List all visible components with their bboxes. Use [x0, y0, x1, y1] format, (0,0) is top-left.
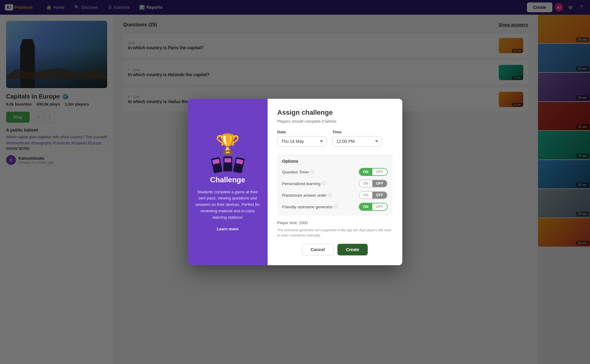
option-label: Randomize answer order ⓘ [282, 192, 332, 198]
friendly-nickname-toggle[interactable]: ON OFF [359, 203, 388, 211]
date-label: Date [277, 130, 326, 134]
question-timer-toggle[interactable]: ON OFF [359, 168, 388, 176]
modal-title: Assign challenge [277, 109, 393, 117]
assign-challenge-modal: 🏆 Challenge Students complete a game at … [188, 99, 402, 265]
date-select[interactable]: Thu 14 May Fri 15 May Sat 16 May Sun 17 … [277, 136, 326, 147]
toggle-on-btn[interactable]: ON [359, 203, 372, 210]
help-icon[interactable]: ⓘ [328, 192, 332, 198]
toggle-on-btn[interactable]: ON [359, 180, 372, 187]
toggle-off-btn[interactable]: OFF [372, 192, 387, 199]
cancel-button[interactable]: Cancel [302, 244, 334, 255]
disclaimer-text: The nickname generator isn't supported i… [277, 228, 393, 238]
toggle-on-btn[interactable]: ON [359, 169, 372, 175]
device-screen [224, 158, 231, 162]
options-section: Options Question Timer ⓘ ON OFF Person [277, 154, 393, 216]
option-row-randomize-answer: Randomize answer order ⓘ ON OFF [282, 191, 388, 199]
modal-left-description: Students complete a game at their own pa… [195, 189, 260, 221]
modal-right-panel: Assign challenge Players should complete… [268, 99, 402, 265]
modal-overlay: 🏆 Challenge Students complete a game at … [0, 0, 590, 364]
toggle-off-btn[interactable]: OFF [372, 180, 387, 187]
option-row-friendly-nickname: Friendly nickname generator ⓘ ON OFF [282, 203, 388, 211]
option-row-personalized-learning: Personalized learning ⓘ ON OFF [282, 180, 388, 188]
option-row-question-timer: Question Timer ⓘ ON OFF [282, 168, 388, 176]
learn-more-link[interactable]: Learn more [217, 227, 239, 231]
randomize-answer-toggle[interactable]: ON OFF [359, 191, 388, 199]
toggle-off-btn[interactable]: OFF [372, 203, 387, 210]
date-time-row: Date Thu 14 May Fri 15 May Sat 16 May Su… [277, 130, 393, 147]
modal-actions: Cancel Create [277, 244, 393, 255]
toggle-off-btn[interactable]: OFF [372, 169, 387, 175]
time-label: Time [333, 130, 381, 134]
player-limit-text: Player limit: 2000 [277, 221, 393, 225]
modal-left-title: Challenge [210, 176, 245, 184]
device-right [232, 156, 245, 174]
help-icon[interactable]: ⓘ [310, 169, 314, 175]
device-screen [212, 159, 220, 164]
option-label: Personalized learning ⓘ [282, 181, 326, 186]
help-icon[interactable]: ⓘ [334, 204, 338, 210]
help-icon[interactable]: ⓘ [322, 181, 326, 186]
personalized-learning-toggle[interactable]: ON OFF [359, 180, 388, 188]
trophy-icon: 🏆 [212, 133, 243, 156]
option-label: Question Timer ⓘ [282, 169, 314, 175]
device-left [210, 156, 223, 174]
modal-left-panel: 🏆 Challenge Students complete a game at … [188, 99, 268, 265]
option-text: Question Timer [282, 170, 309, 174]
option-label: Friendly nickname generator ⓘ [282, 204, 338, 210]
date-field-group: Date Thu 14 May Fri 15 May Sat 16 May Su… [277, 130, 326, 147]
time-field-group: Time 12:00 PM 1:00 PM 11:00 AM 2:00 PM [333, 130, 381, 147]
device-center [223, 156, 233, 172]
create-challenge-button[interactable]: Create [337, 244, 368, 255]
option-text: Personalized learning [282, 181, 321, 186]
time-select[interactable]: 12:00 PM 1:00 PM 11:00 AM 2:00 PM [333, 136, 381, 147]
option-text: Friendly nickname generator [282, 205, 333, 209]
devices-illustration: 🏆 [212, 133, 243, 157]
modal-subtitle: Players should complete it before: [277, 119, 393, 124]
options-title: Options [282, 159, 388, 164]
option-text: Randomize answer order [282, 193, 327, 198]
toggle-on-btn[interactable]: ON [359, 192, 372, 199]
device-screen [236, 159, 243, 164]
